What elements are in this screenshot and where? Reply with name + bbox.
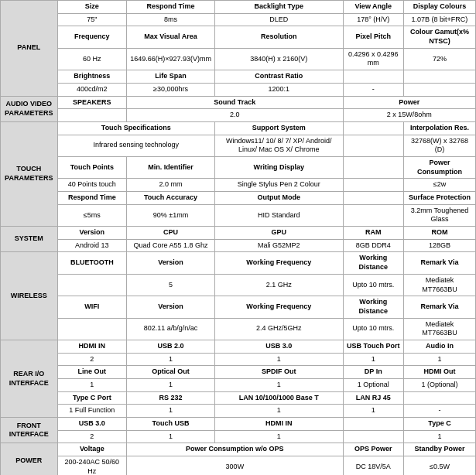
- header-line-out: Line Out: [57, 366, 127, 379]
- header-hdmi-in-front: HDMI IN: [214, 418, 343, 431]
- val-usb30-front: 2: [57, 430, 127, 443]
- val-type-c-rear: 1 Full Function: [57, 405, 127, 418]
- header-frequency: Frequency: [57, 26, 127, 48]
- val-resolution: 3840(H) x 2160(V): [214, 48, 343, 70]
- header-usb2: USB 2.0: [127, 340, 215, 353]
- header-speakers: SPEAKERS: [57, 96, 127, 109]
- header-touch-spec: Touch Specifications: [57, 121, 214, 135]
- empty-5: [343, 156, 403, 178]
- val-freq-wifi: 2.4 GHz/5GHz: [214, 318, 343, 340]
- val-rs232: 1: [127, 405, 215, 418]
- header-usb3: USB 3.0: [214, 340, 343, 353]
- val-version-wifi: 802.11 a/b/g/n/ac: [127, 318, 215, 340]
- val-respond-time-touch: ≤5ms: [57, 204, 127, 226]
- header-contrast: Contrast Ratio: [214, 70, 343, 84]
- header-max-visual: Max Visual Area: [127, 26, 215, 48]
- val-speakers: [57, 109, 127, 122]
- header-output-mode: Output Mode: [214, 192, 343, 205]
- val-writing-display: Single Stylus Pen 2 Colour: [214, 179, 343, 192]
- val-version-bt: 5: [127, 274, 215, 296]
- val-voltage: 200-240AC 50/60 Hz: [57, 456, 127, 475]
- val-type-c-front: 1: [403, 430, 475, 443]
- val-rom: 128GB: [403, 239, 475, 252]
- val-empty-1: -: [343, 83, 403, 96]
- header-type-c-front: Type C: [403, 418, 475, 431]
- header-freq-bt: Working Frequency: [214, 252, 343, 274]
- header-support-sys: Support System: [214, 121, 343, 135]
- header-usb-touch: USB Touch Port: [343, 340, 403, 353]
- header-gamut: Colour Gamut(x% NTSC): [403, 26, 475, 48]
- val-brightness: 400cd/m2: [57, 83, 127, 96]
- header-dist-wifi: Working Distance: [343, 296, 403, 318]
- val-version-sys: Android 13: [57, 239, 127, 252]
- header-touch-acc: Touch Accuracy: [127, 192, 215, 205]
- val-touch-acc: 90% ±1mm: [127, 204, 215, 226]
- header-touch-usb-front: Touch USB: [127, 418, 215, 431]
- header-life-span: Life Span: [127, 70, 215, 84]
- empty-3: [343, 121, 403, 135]
- header-surface-prot: Surface Protection: [403, 192, 475, 205]
- val-backlight: DLED: [214, 13, 343, 26]
- header-type-c-rear: Type C Port: [57, 391, 127, 405]
- empty-7: [343, 192, 403, 205]
- header-lan1000: LAN 10/100/1000 Base T: [214, 391, 343, 405]
- section-touch: TOUCH PARAMETERS: [1, 121, 58, 226]
- val-output-mode: HID Standard: [214, 204, 343, 226]
- section-rear-io: REAR I/O INTERFACE: [1, 340, 58, 417]
- val-contrast: 1200:1: [214, 83, 343, 96]
- val-sound-track: 2.0: [127, 109, 344, 122]
- val-freq-bt: 2.1 GHz: [214, 274, 343, 296]
- val-cpu: Quad Core A55 1.8 Ghz: [127, 239, 215, 252]
- header-hdmi-in-rear: HDMI IN: [57, 340, 127, 353]
- val-hdmi-in-rear: 2: [57, 353, 127, 366]
- val-lan-rj45: 1: [343, 405, 403, 418]
- val-touch-spec: Infrared sensing technology: [57, 135, 214, 156]
- val-display-colours: 1.07B (8 bit+FRC): [403, 13, 475, 26]
- val-dist-wifi: Upto 10 mtrs.: [343, 318, 403, 340]
- val-support-sys: Windows11/ 10/ 8/ 7/ XP/ Android/ Linux/…: [214, 135, 343, 156]
- empty-1: [343, 70, 403, 84]
- section-audio-video: AUDIO VIDEOPARAMETERS: [1, 96, 58, 121]
- header-power-cons-ops: Power Consumption w/o OPS: [127, 443, 344, 456]
- section-panel: PANEL: [1, 1, 58, 97]
- val-ops-power: DC 18V/5A: [343, 456, 403, 475]
- section-wireless: WIRELESS: [1, 252, 58, 340]
- val-max-visual: 1649.66(H)×927.93(V)mm: [127, 48, 215, 70]
- empty-11: [343, 430, 403, 443]
- header-gpu: GPU: [214, 227, 343, 240]
- header-standby: Standby Power: [403, 443, 475, 456]
- header-respond-time: Respond Time: [127, 1, 215, 14]
- header-remark-bt: Remark Via: [403, 252, 475, 274]
- val-ram: 8GB DDR4: [343, 239, 403, 252]
- header-version-sys: Version: [57, 227, 127, 240]
- val-hdmi-out: 1 (Optional): [403, 379, 475, 392]
- header-usb30-front: USB 3.0: [57, 418, 127, 431]
- header-pixel-pitch: Pixel Pitch: [343, 26, 403, 48]
- val-bluetooth: [57, 274, 127, 296]
- val-dist-bt: Upto 10 mtrs.: [343, 274, 403, 296]
- header-cpu: CPU: [127, 227, 215, 240]
- val-touch-usb-front: 1: [127, 430, 215, 443]
- header-freq-wifi: Working Frequency: [214, 296, 343, 318]
- header-dp-in: DP In: [343, 366, 403, 379]
- section-system: SYSTEM: [1, 227, 58, 252]
- section-front: FRONT INTERFACE: [1, 418, 58, 443]
- val-wifi: [57, 318, 127, 340]
- val-spdif-out: 1: [214, 379, 343, 392]
- header-ram: RAM: [343, 227, 403, 240]
- header-respond-time-touch: Respond Time: [57, 192, 127, 205]
- val-frequency: 60 Hz: [57, 48, 127, 70]
- val-remark-bt: Mediatek MT7663BU: [403, 274, 475, 296]
- header-writing-display: Writing Display: [214, 156, 343, 178]
- header-remark-wifi: Remark Via: [403, 296, 475, 318]
- header-ops-power: OPS Power: [343, 443, 403, 456]
- empty-9: [403, 391, 475, 405]
- header-backlight: Backlight Type: [214, 1, 343, 14]
- val-hdmi-in-front: 1: [214, 430, 343, 443]
- val-surface-prot: 3.2mm Toughened Glass: [403, 204, 475, 226]
- val-size: 75": [57, 13, 127, 26]
- header-brightness: Brightness: [57, 70, 127, 84]
- val-gamut: 72%: [403, 48, 475, 70]
- val-min-id: 2.0 mm: [127, 179, 215, 192]
- empty-6: [343, 179, 403, 192]
